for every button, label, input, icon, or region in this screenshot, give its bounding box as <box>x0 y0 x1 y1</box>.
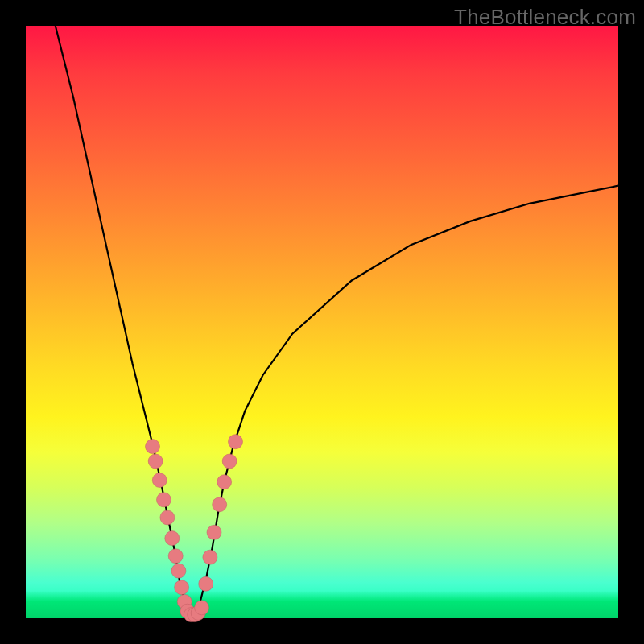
highlight-dots <box>146 435 243 622</box>
dot <box>213 497 227 512</box>
dot <box>217 475 232 489</box>
chart-container: TheBottleneck.com <box>0 0 644 644</box>
bottleneck-curve <box>56 26 618 615</box>
dot <box>207 525 221 539</box>
curve-svg <box>26 26 618 618</box>
dot <box>157 493 171 507</box>
plot-area <box>26 26 618 618</box>
dot <box>199 576 213 591</box>
dot <box>168 549 183 564</box>
dot <box>146 440 160 454</box>
dot <box>222 454 237 469</box>
dot <box>175 580 189 595</box>
dot <box>229 435 243 449</box>
dot <box>165 531 180 546</box>
dot <box>148 454 163 469</box>
dot <box>171 564 186 578</box>
dot <box>203 550 217 564</box>
dot <box>195 601 209 615</box>
dot <box>152 473 167 488</box>
dot <box>160 510 175 525</box>
